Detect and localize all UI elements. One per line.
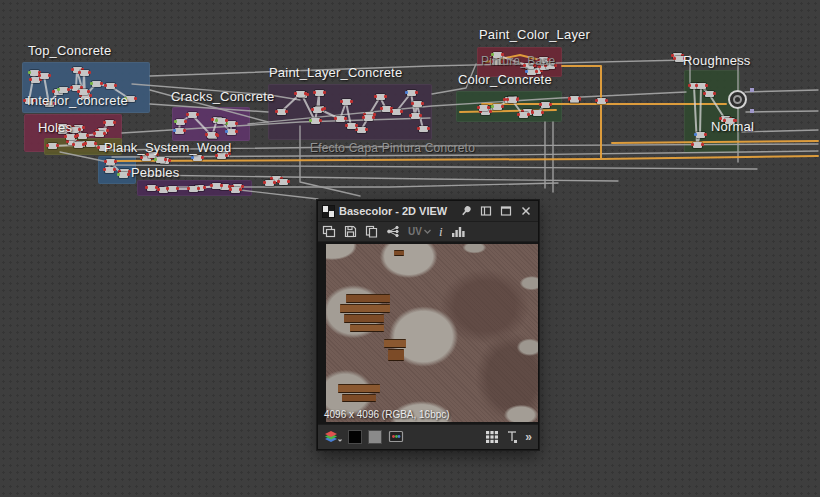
graph-node[interactable]: [106, 159, 115, 165]
graph-node[interactable]: [207, 132, 216, 138]
copy-icon[interactable]: [365, 224, 378, 239]
background-color-swatch[interactable]: [348, 430, 362, 444]
graph-node[interactable]: [597, 98, 606, 104]
graph-node[interactable]: [188, 112, 197, 118]
panel-statusbar: »: [318, 424, 538, 449]
group-label-color-concrete: Color_Concrete: [458, 72, 552, 87]
graph-node[interactable]: [74, 142, 83, 148]
group-label-roughness: Roughness: [683, 53, 751, 68]
group-label-paint-layer-concrete: Paint_Layer_Concrete: [269, 65, 402, 80]
graph-node[interactable]: [336, 116, 345, 122]
graph-node[interactable]: [193, 155, 202, 161]
maximize-icon[interactable]: [498, 204, 513, 219]
histogram-icon[interactable]: [451, 224, 466, 239]
duplicate-view-icon[interactable]: [322, 224, 336, 239]
graph-node[interactable]: [78, 133, 87, 139]
graph-node[interactable]: [392, 109, 401, 115]
graph-node[interactable]: [493, 104, 502, 110]
graph-node[interactable]: [231, 187, 240, 193]
graph-node[interactable]: [533, 110, 542, 116]
graph-node[interactable]: [212, 183, 221, 189]
info-icon[interactable]: i: [439, 224, 443, 239]
uv-mode-label: UV: [408, 226, 422, 237]
graph-node[interactable]: [106, 83, 115, 89]
graph-node[interactable]: [376, 94, 385, 100]
graph-node[interactable]: [86, 141, 95, 147]
graph-node[interactable]: [357, 127, 366, 133]
graph-node[interactable]: [705, 91, 714, 97]
graph-node[interactable]: [413, 101, 422, 107]
graph-node[interactable]: [407, 90, 416, 96]
graph-node[interactable]: [168, 186, 177, 192]
more-tools-button[interactable]: »: [525, 431, 532, 443]
graph-node[interactable]: [80, 70, 89, 76]
graph-node[interactable]: [156, 157, 165, 163]
graph-node[interactable]: [48, 143, 57, 149]
wire-end-dot: [750, 88, 754, 92]
graph-node[interactable]: [479, 105, 488, 111]
output-node[interactable]: [728, 90, 747, 109]
close-icon[interactable]: [518, 204, 533, 219]
graph-node[interactable]: [693, 142, 702, 148]
graph-node[interactable]: [411, 113, 420, 119]
graph-node[interactable]: [697, 83, 706, 89]
display-channels-icon[interactable]: [388, 430, 404, 445]
graph-node[interactable]: [315, 90, 324, 96]
graph-node[interactable]: [311, 118, 320, 124]
graph-node[interactable]: [40, 73, 49, 79]
graph-node[interactable]: [105, 120, 114, 126]
dock-icon[interactable]: [478, 204, 493, 219]
comment-efecto-capa: Efecto Capa Pintura Concreto: [310, 141, 475, 155]
graph-node[interactable]: [279, 179, 288, 185]
comment-pintura-base: Pintura_Base: [481, 54, 555, 68]
pin-icon[interactable]: [458, 204, 473, 219]
image-info-text: 4096 x 4096 (RGBA, 16bpc): [324, 409, 450, 420]
wire-end-dot: [750, 109, 754, 113]
transform-icon[interactable]: [505, 430, 519, 445]
graph-node[interactable]: [189, 186, 198, 192]
group-label-cracks-concrete: Cracks_Concrete: [171, 89, 274, 104]
graph-node[interactable]: [342, 99, 351, 105]
graph-node[interactable]: [364, 115, 373, 121]
group-label-paint-color-layer: Paint_Color_Layer: [479, 27, 590, 42]
graph-node[interactable]: [296, 91, 305, 97]
graph-node[interactable]: [696, 132, 705, 138]
graph-node[interactable]: [570, 96, 579, 102]
panel-toolbar: UV i: [318, 222, 538, 242]
graph-node[interactable]: [92, 81, 101, 87]
layers-icon[interactable]: [324, 430, 342, 445]
graph-node[interactable]: [176, 119, 185, 125]
graph-node[interactable]: [347, 123, 356, 129]
group-label-top-concrete: Top_Concrete: [28, 43, 111, 58]
graph-node[interactable]: [175, 128, 184, 134]
graph-node[interactable]: [541, 102, 550, 108]
graph-node[interactable]: [147, 185, 156, 191]
group-label-pebbles: Pebbles: [131, 165, 179, 180]
node-graph-canvas[interactable]: Top_Concrete Interior_concrete Holes Cra…: [0, 0, 820, 497]
group-label-normal: Normal: [711, 119, 754, 134]
export-node-icon[interactable]: [386, 224, 400, 239]
graph-node[interactable]: [95, 131, 104, 137]
graph-node[interactable]: [105, 167, 114, 173]
group-label-holes: Holes: [38, 120, 72, 135]
grid-icon[interactable]: [485, 430, 499, 445]
basecolor-thumbnail-icon: [323, 206, 334, 217]
save-icon[interactable]: [344, 224, 357, 239]
graph-node[interactable]: [227, 121, 236, 127]
graph-node[interactable]: [419, 126, 428, 132]
graph-node[interactable]: [227, 129, 236, 135]
graph-node[interactable]: [119, 172, 128, 178]
uv-mode-dropdown[interactable]: UV: [408, 226, 431, 237]
group-label-plank-system-wood: Plank_System_Wood: [104, 140, 231, 155]
panel-titlebar[interactable]: Basecolor - 2D VIEW: [318, 201, 538, 222]
2d-viewport[interactable]: 4096 x 4096 (RGBA, 16bpc): [318, 242, 538, 424]
tiling-color-swatch[interactable]: [368, 430, 382, 444]
graph-node[interactable]: [508, 97, 517, 103]
graph-node[interactable]: [31, 77, 40, 83]
graph-node[interactable]: [265, 180, 274, 186]
graph-node[interactable]: [519, 112, 528, 118]
graph-node[interactable]: [217, 118, 226, 124]
graph-node[interactable]: [277, 109, 286, 115]
basecolor-texture-preview[interactable]: [326, 244, 538, 422]
graph-node[interactable]: [313, 107, 322, 113]
